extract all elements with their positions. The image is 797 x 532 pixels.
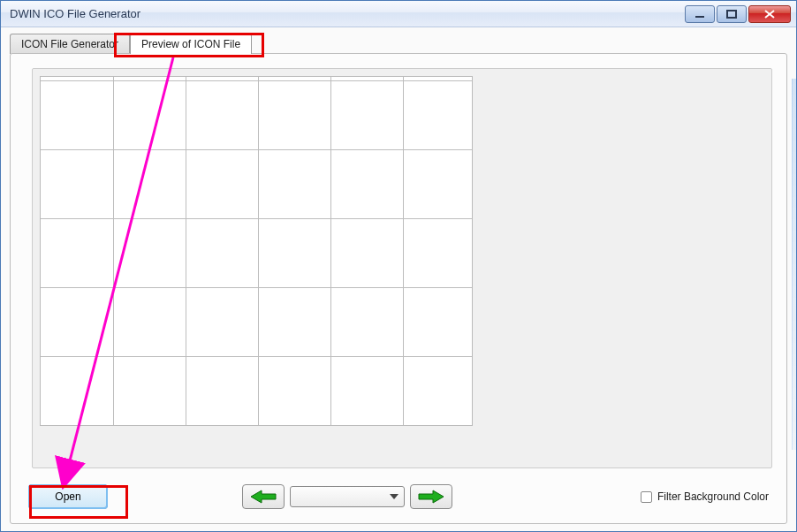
chevron-down-icon bbox=[390, 494, 398, 499]
preview-area bbox=[32, 68, 772, 468]
close-icon bbox=[763, 9, 776, 19]
svg-marker-4 bbox=[251, 490, 276, 503]
icon-grid[interactable] bbox=[40, 76, 473, 426]
tab-icon-file-generator[interactable]: ICON File Generator bbox=[10, 34, 130, 54]
checkbox-box bbox=[641, 491, 652, 503]
open-button[interactable]: Open bbox=[28, 484, 108, 509]
tab-panel-preview: Open bbox=[10, 53, 787, 524]
titlebar[interactable]: DWIN ICO File Generator bbox=[1, 1, 796, 27]
checkbox-label: Filter Background Color bbox=[657, 490, 769, 503]
prev-button[interactable] bbox=[242, 484, 285, 509]
arrow-right-icon bbox=[417, 489, 445, 505]
next-button[interactable] bbox=[410, 484, 452, 509]
minimize-icon bbox=[695, 10, 705, 19]
grid-lines bbox=[41, 77, 472, 425]
page-dropdown[interactable] bbox=[290, 486, 405, 507]
tab-preview-icon-file[interactable]: Preview of ICON File bbox=[130, 34, 252, 54]
svg-marker-5 bbox=[419, 490, 444, 503]
window-controls bbox=[683, 5, 791, 23]
bottom-toolbar: Open bbox=[21, 477, 776, 516]
arrow-left-icon bbox=[249, 489, 277, 505]
filter-bg-checkbox[interactable]: Filter Background Color bbox=[641, 490, 769, 503]
window-title: DWIN ICO File Generator bbox=[6, 7, 683, 20]
tab-strip: ICON File Generator Preview of ICON File bbox=[10, 33, 787, 54]
svg-rect-0 bbox=[695, 16, 704, 18]
minimize-button[interactable] bbox=[685, 5, 715, 23]
maximize-button[interactable] bbox=[717, 5, 747, 23]
maximize-icon bbox=[726, 10, 737, 19]
svg-rect-1 bbox=[727, 11, 736, 18]
button-label: Open bbox=[55, 490, 80, 503]
client-area: ICON File Generator Preview of ICON File bbox=[1, 27, 796, 531]
nav-group bbox=[242, 484, 452, 509]
close-button[interactable] bbox=[748, 5, 791, 23]
tab-label: ICON File Generator bbox=[21, 38, 118, 50]
app-window: DWIN ICO File Generator ICON File Genera… bbox=[0, 0, 797, 532]
tab-label: Preview of ICON File bbox=[141, 38, 240, 50]
